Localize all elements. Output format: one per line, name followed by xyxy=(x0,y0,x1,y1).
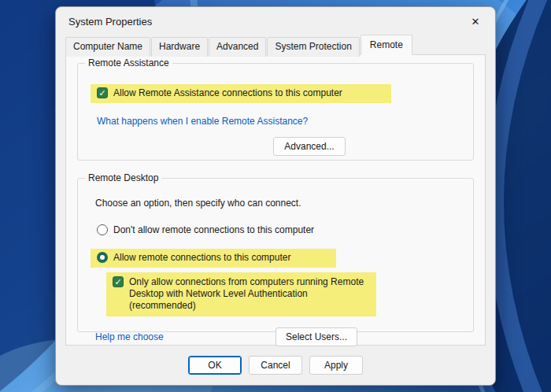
remote-assistance-checkbox[interactable]: ✓ xyxy=(97,87,108,98)
help-me-choose-link[interactable]: Help me choose xyxy=(95,331,164,342)
dont-allow-radio-row: Don't allow remote connections to this c… xyxy=(97,224,464,236)
close-icon: ✕ xyxy=(471,16,480,28)
remote-assistance-checkbox-label[interactable]: Allow Remote Assistance connections to t… xyxy=(113,87,342,99)
remote-desktop-group-title: Remote Desktop xyxy=(85,172,161,183)
dialog-footer: OK Cancel Apply xyxy=(56,356,495,375)
cancel-button[interactable]: Cancel xyxy=(249,356,302,375)
dont-allow-radio-label[interactable]: Don't allow remote connections to this c… xyxy=(113,224,314,236)
titlebar: System Properties ✕ xyxy=(56,7,495,35)
remote-assistance-help-link[interactable]: What happens when I enable Remote Assist… xyxy=(97,116,308,127)
dont-allow-radio[interactable] xyxy=(97,224,108,235)
remote-desktop-bottom-row: Help me choose Select Users... xyxy=(87,327,464,346)
allow-radio-row: Allow remote connections to this compute… xyxy=(91,249,464,268)
highlight-remote-assistance: ✓ Allow Remote Assistance connections to… xyxy=(91,84,391,103)
highlight-allow-radio: Allow remote connections to this compute… xyxy=(91,249,336,268)
tab-hardware[interactable]: Hardware xyxy=(151,37,208,57)
allow-radio[interactable] xyxy=(97,252,108,263)
close-button[interactable]: ✕ xyxy=(460,10,490,32)
remote-assistance-group: Remote Assistance ✓ Allow Remote Assista… xyxy=(77,63,474,161)
remote-assistance-checkbox-row: ✓ Allow Remote Assistance connections to… xyxy=(91,84,464,103)
remote-assistance-button-row: Advanced... xyxy=(87,137,464,156)
remote-desktop-group: Remote Desktop Choose an option, then sp… xyxy=(77,178,474,332)
tab-strip: Computer Name Hardware Advanced System P… xyxy=(56,35,495,55)
ok-button[interactable]: OK xyxy=(188,356,242,375)
check-icon: ✓ xyxy=(114,278,121,287)
tab-system-protection[interactable]: System Protection xyxy=(267,37,359,57)
remote-assistance-link-row: What happens when I enable Remote Assist… xyxy=(97,116,464,127)
apply-button[interactable]: Apply xyxy=(309,356,363,375)
highlight-nla-checkbox: ✓ Only allow connections from computers … xyxy=(106,272,376,316)
check-icon: ✓ xyxy=(98,89,105,98)
advanced-button[interactable]: Advanced... xyxy=(273,137,346,156)
remote-desktop-instruction: Choose an option, then specify who can c… xyxy=(95,198,464,209)
tab-computer-name[interactable]: Computer Name xyxy=(65,37,150,57)
nla-checkbox[interactable]: ✓ xyxy=(113,276,124,287)
nla-checkbox-row: ✓ Only allow connections from computers … xyxy=(106,272,464,316)
remote-assistance-group-title: Remote Assistance xyxy=(85,57,172,68)
tab-page-remote: Remote Assistance ✓ Allow Remote Assista… xyxy=(65,54,486,346)
tab-advanced[interactable]: Advanced xyxy=(209,37,266,57)
allow-radio-label[interactable]: Allow remote connections to this compute… xyxy=(113,252,290,264)
select-users-button[interactable]: Select Users... xyxy=(276,327,357,346)
system-properties-dialog: System Properties ✕ Computer Name Hardwa… xyxy=(55,6,496,386)
tab-remote[interactable]: Remote xyxy=(361,35,412,55)
nla-checkbox-label[interactable]: Only allow connections from computers ru… xyxy=(129,276,365,312)
window-title: System Properties xyxy=(68,16,152,28)
